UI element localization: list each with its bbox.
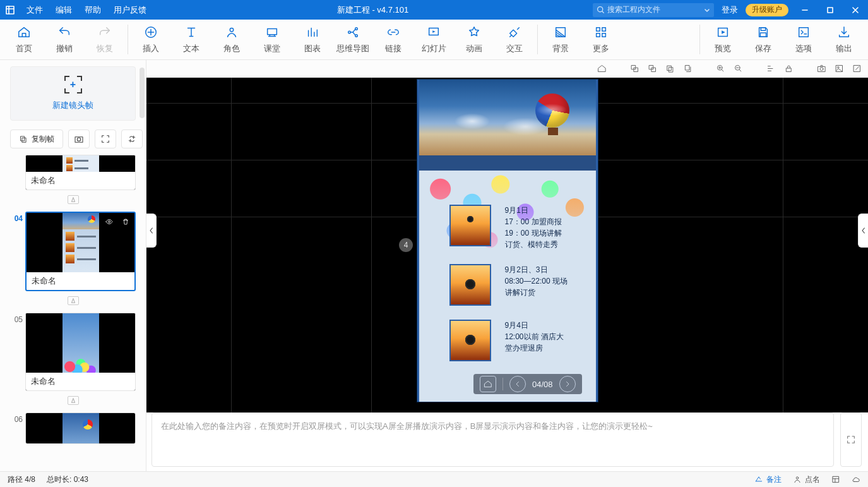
ribbon-link[interactable]: 链接 [373, 20, 413, 59]
tool-home-icon[interactable] [597, 64, 607, 74]
search-dropdown-icon[interactable] [704, 7, 710, 13]
tool-image-icon[interactable] [834, 64, 844, 74]
menu-help[interactable]: 帮助 [78, 0, 107, 20]
menu-feedback[interactable]: 用户反馈 [107, 0, 153, 20]
scan-button[interactable] [95, 129, 116, 148]
status-cloud-button[interactable] [852, 475, 860, 484]
slide-preview-icon[interactable] [103, 215, 116, 228]
minimize-button[interactable] [792, 0, 817, 20]
ribbon-class[interactable]: 课堂 [252, 20, 292, 59]
slide-caption: 未命名 [27, 272, 134, 290]
overlay-next-button[interactable] [559, 376, 576, 392]
notes-expand-button[interactable] [840, 412, 862, 467]
tool-bring-front-icon[interactable] [629, 64, 639, 74]
ribbon-home[interactable]: 首页 [4, 20, 44, 59]
slide-item-05[interactable]: 05 未命名 [10, 313, 136, 391]
status-bar: 路径 4/8 总时长: 0:43 备注 点名 [0, 471, 868, 487]
slide-number: 06 [10, 415, 23, 424]
tool-edit-icon[interactable] [852, 64, 862, 74]
canvas[interactable]: 4 9月1日 17：00 加盟商报 19：00 现场讲解 订货、模特走秀 9月2… [146, 78, 868, 412]
slide-item-03[interactable]: 未命名 [10, 155, 136, 190]
overlay-home-button[interactable] [480, 376, 496, 392]
tool-camera-icon[interactable] [816, 64, 826, 74]
window-controls [792, 0, 868, 20]
ribbon-preview[interactable]: 预览 [703, 20, 743, 59]
ribbon-mindmap[interactable]: 思维导图 [333, 20, 373, 59]
ribbon-export[interactable]: 输出 [824, 20, 864, 59]
loop-button[interactable] [121, 129, 143, 148]
canvas-page-badge: 4 [399, 238, 413, 252]
slide-caption: 未命名 [26, 373, 135, 390]
tool-copy-icon[interactable] [682, 64, 693, 74]
slide-item-04[interactable]: 04 [10, 212, 136, 291]
tool-send-back-icon[interactable] [647, 64, 657, 74]
ribbon-bg[interactable]: 背景 [540, 20, 581, 59]
notes-input[interactable]: 在此处输入您的备注内容，在预览时开启双屏模式，可以实现A屏全屏播放演示内容，B屏… [152, 412, 834, 467]
slide-caption: 未命名 [26, 172, 135, 189]
svg-rect-11 [597, 27, 600, 31]
phone-artboard[interactable]: 9月1日 17：00 加盟商报 19：00 现场讲解 订货、模特走秀 9月2日、… [417, 80, 598, 402]
svg-rect-19 [631, 66, 635, 69]
close-button[interactable] [843, 0, 868, 20]
svg-rect-24 [669, 68, 672, 73]
collapse-left-tab[interactable] [146, 213, 157, 248]
svg-rect-40 [833, 476, 838, 482]
slide-number: 05 [10, 315, 23, 324]
ribbon-options[interactable]: 选项 [783, 20, 824, 59]
slide-item-06[interactable]: 06 [10, 412, 136, 444]
ribbon-slide[interactable]: 幻灯片 [413, 20, 454, 59]
tool-zoom-in-icon[interactable] [715, 64, 725, 74]
tool-lock-icon[interactable] [783, 64, 794, 74]
left-scrollbar[interactable] [140, 68, 145, 118]
svg-rect-23 [667, 66, 671, 71]
menu-file[interactable]: 文件 [20, 0, 49, 20]
menu-edit[interactable]: 编辑 [49, 0, 78, 20]
tool-zoom-out-icon[interactable] [733, 64, 743, 74]
status-naming-button[interactable]: 点名 [793, 474, 820, 485]
collapse-right-tab[interactable] [858, 213, 868, 248]
status-notes-button[interactable]: 备注 [754, 474, 782, 485]
slide-panel: + 新建镜头帧 复制帧 [0, 60, 146, 471]
status-layout-button[interactable] [831, 475, 840, 484]
svg-rect-35 [22, 138, 26, 142]
hero-image [419, 80, 596, 155]
schedule-item-1: 9月1日 17：00 加盟商报 19：00 现场讲解 订货、模特走秀 [449, 205, 585, 250]
ribbon-insert[interactable]: 插入 [131, 20, 171, 59]
maximize-button[interactable] [817, 0, 843, 20]
ribbon-text[interactable]: 文本 [171, 20, 211, 59]
app-logo-icon [0, 5, 20, 15]
ribbon-role[interactable]: 角色 [211, 20, 252, 59]
ribbon-interact[interactable]: 交互 [494, 20, 535, 59]
svg-point-37 [77, 138, 80, 141]
ribbon-anim[interactable]: 动画 [454, 20, 494, 59]
upgrade-button[interactable]: 升级账户 [746, 4, 788, 16]
svg-rect-20 [634, 68, 638, 71]
ribbon-more[interactable]: 更多 [581, 20, 621, 59]
ribbon-undo[interactable]: 撤销 [44, 20, 85, 59]
overlay-prev-button[interactable] [509, 376, 526, 392]
transition-marker[interactable] [68, 296, 79, 305]
svg-point-4 [230, 28, 234, 32]
ribbon-save[interactable]: 保存 [743, 20, 783, 59]
schedule-item-3: 9月4日 12:00以前 酒店大 堂办理退房 [449, 320, 585, 361]
copy-frame-button[interactable]: 复制帧 [10, 129, 63, 148]
ribbon-chart[interactable]: 图表 [292, 20, 333, 59]
search-placeholder: 搜索工程内文件 [607, 4, 704, 15]
new-frame-button[interactable]: + 新建镜头帧 [10, 66, 136, 121]
svg-rect-13 [597, 33, 600, 37]
tool-align-icon[interactable] [766, 64, 776, 74]
slide-delete-icon[interactable] [119, 215, 132, 228]
svg-rect-18 [799, 27, 809, 37]
tool-clone-icon[interactable] [665, 64, 675, 74]
login-link[interactable]: 登录 [714, 4, 746, 16]
schedule-item-2: 9月2日、3日 08:30—22:00 现场 讲解订货 [449, 264, 585, 306]
transition-marker[interactable] [68, 396, 79, 405]
search-box[interactable]: 搜索工程内文件 [593, 3, 714, 17]
svg-rect-16 [761, 27, 765, 30]
camera-button[interactable] [68, 129, 90, 148]
svg-rect-22 [649, 66, 653, 69]
svg-point-38 [109, 221, 110, 223]
transition-marker[interactable] [68, 195, 79, 204]
editor-top-tools [146, 60, 868, 78]
status-path: 路径 4/8 [8, 474, 35, 485]
